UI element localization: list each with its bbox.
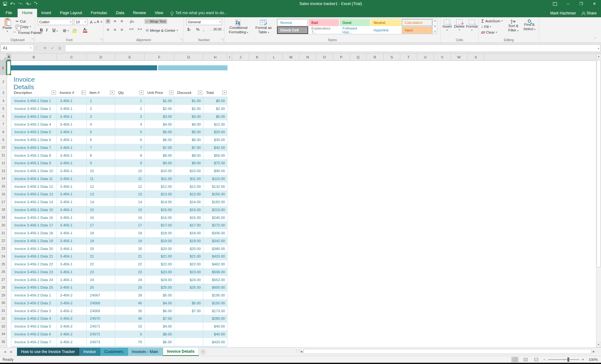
cell[interactable]: $14.00 <box>174 198 203 206</box>
table-row[interactable]: Invoice 3-456-2 Data 13-456-2Z456739$5.0… <box>11 291 227 299</box>
cell[interactable]: $72.00 <box>203 159 227 167</box>
table-row[interactable]: Invoice 3-456-2 Data 33-456-2Z456930$6.0… <box>11 307 227 315</box>
cell[interactable]: $182.00 <box>203 198 227 206</box>
cell-style-neutral[interactable]: Neutral <box>371 19 401 26</box>
font-dialog-launcher[interactable] <box>100 39 102 41</box>
align-left-button[interactable]: ≡ <box>106 27 110 32</box>
column-header-P[interactable]: P <box>333 54 350 60</box>
cell-style-followed-hyp-[interactable]: Followed Hyp... <box>340 27 370 34</box>
cell[interactable]: $272.00 <box>203 221 227 229</box>
row-header-35[interactable]: 35 <box>0 338 7 346</box>
underline-caret[interactable]: ▾ <box>57 30 58 32</box>
cell[interactable]: 3-456-2 <box>57 338 87 346</box>
cell[interactable]: $9.00 <box>174 159 203 167</box>
cell[interactable]: 24 <box>115 276 145 284</box>
ribbon-tab-review[interactable]: Review <box>128 9 150 17</box>
cell[interactable]: Invoice 3-456-1 Data 14 <box>11 198 57 206</box>
row-header-31[interactable]: 31 <box>0 307 7 315</box>
sheet-tab-invoice-details[interactable]: Invoice Details <box>163 348 199 356</box>
row-header-4[interactable]: 4 <box>0 97 7 105</box>
cell[interactable]: Z4572 <box>87 330 115 338</box>
cell[interactable]: $306.00 <box>203 229 227 237</box>
comma-style-button[interactable]: , <box>201 27 205 32</box>
decrease-indent-button[interactable]: ⇤≡ <box>128 27 134 31</box>
table-row[interactable]: Invoice 3-456-1 Data 33-456-133$3.00$3.0… <box>11 113 227 121</box>
ribbon-tab-formulas[interactable]: Formulas <box>86 9 112 17</box>
table-row[interactable]: Invoice 3-456-1 Data 233-456-12323$23.00… <box>11 268 227 276</box>
cell[interactable]: Invoice 3-456-1 Data 5 <box>11 128 57 136</box>
cell[interactable]: $4.00 <box>145 323 174 330</box>
underline-button[interactable]: U <box>51 27 57 33</box>
fill-color-button[interactable]: ◇▾ <box>72 27 77 33</box>
name-box-caret[interactable]: ▾ <box>28 47 33 49</box>
cell[interactable]: $56.00 <box>203 151 227 159</box>
cell[interactable]: Invoice 3-456-2 Data 1 <box>11 291 57 299</box>
close-button[interactable]: ✕ <box>588 0 601 8</box>
cell[interactable]: $25.00 <box>145 284 174 291</box>
cell[interactable]: 3-456-1 <box>57 105 87 113</box>
table-row[interactable]: Invoice 3-456-1 Data 133-456-11313$13.00… <box>11 190 227 198</box>
row-header-22[interactable]: 22 <box>0 237 7 245</box>
collapse-ribbon-button[interactable]: ⌃ <box>594 37 597 41</box>
table-row[interactable]: Invoice 3-456-2 Data 53-456-2Z457110$4.0… <box>11 323 227 330</box>
cell[interactable]: 19 <box>87 237 115 245</box>
cell[interactable]: $12.00 <box>145 182 174 190</box>
font-color-button[interactable]: A▾ <box>83 27 87 33</box>
cell[interactable]: $8.00 <box>145 330 174 338</box>
table-row[interactable]: Invoice 3-456-1 Data 23-456-122$2.00$2.0… <box>11 105 227 113</box>
cell[interactable] <box>174 338 203 346</box>
cell[interactable]: $462.00 <box>203 260 227 268</box>
cell[interactable]: $20.00 <box>145 245 174 253</box>
cell[interactable]: $552.00 <box>203 276 227 284</box>
cell[interactable]: $25.00 <box>174 284 203 291</box>
column-header-S[interactable]: S <box>384 54 401 60</box>
cell[interactable]: 3-456-1 <box>57 159 87 167</box>
accounting-format-button[interactable]: $▾ <box>186 27 192 32</box>
cell[interactable]: $3.00 <box>174 113 203 121</box>
page-break-view-button[interactable] <box>533 357 540 362</box>
gallery-up-button[interactable]: ▲ <box>434 19 436 22</box>
cell[interactable]: $7.00 <box>145 315 174 323</box>
restore-button[interactable]: ❐ <box>575 0 588 8</box>
cell[interactable]: $7.00 <box>174 144 203 152</box>
increase-indent-button[interactable]: ≡⇥ <box>136 27 143 31</box>
share-button[interactable]: Share <box>582 11 597 15</box>
column-header-K[interactable]: K <box>249 54 266 60</box>
cell[interactable]: $40.00 <box>203 323 227 330</box>
cell[interactable]: $5.00 <box>145 128 174 136</box>
cell-style-explanatory-t-[interactable]: Explanatory T... <box>309 27 339 34</box>
column-header-L[interactable]: L <box>266 54 283 60</box>
delete-cells-button[interactable]: ✕ Delete▾ <box>453 18 465 31</box>
column-header-A[interactable]: A <box>7 54 11 60</box>
cell[interactable]: Z4570 <box>87 315 115 323</box>
column-header-O[interactable]: O <box>316 54 333 60</box>
column-header-R[interactable]: R <box>367 54 384 60</box>
column-header-T[interactable]: T <box>400 54 417 60</box>
table-row[interactable]: Invoice 3-456-1 Data 43-456-144$4.00$4.0… <box>11 120 227 128</box>
cell[interactable]: Invoice 3-456-1 Data 12 <box>11 182 57 190</box>
cell[interactable]: $30.00 <box>203 136 227 144</box>
cell[interactable]: 22 <box>115 260 145 268</box>
table-row[interactable]: Invoice 3-456-2 Data 43-456-2Z457040$7.0… <box>11 315 227 323</box>
cell[interactable]: 12 <box>87 182 115 190</box>
filter-button-description[interactable]: ▾ <box>52 90 56 95</box>
cell[interactable]: 1 <box>87 97 115 105</box>
normal-view-button[interactable] <box>511 357 519 362</box>
cell[interactable]: Invoice 3-456-1 Data 6 <box>11 136 57 144</box>
wrap-text-button[interactable]: ↩Wrap Text <box>145 19 167 24</box>
ribbon-tab-view[interactable]: View <box>150 9 167 17</box>
cell[interactable]: 40 <box>115 315 145 323</box>
row-header-8[interactable]: 8 <box>0 128 7 136</box>
cell[interactable]: $5.00 <box>174 299 203 307</box>
cell[interactable]: $210.00 <box>203 206 227 214</box>
cell[interactable]: Invoice 3-456-1 Data 11 <box>11 175 57 183</box>
cell[interactable]: Invoice 3-456-1 Data 9 <box>11 159 57 167</box>
row-header-1[interactable]: 1 <box>0 61 7 75</box>
ribbon-tab-insert[interactable]: Insert <box>37 9 56 17</box>
cell[interactable]: $6.00 <box>145 136 174 144</box>
decrease-font-button[interactable]: A▼ <box>96 19 104 24</box>
cell[interactable]: Invoice 3-456-1 Data 21 <box>11 253 57 260</box>
cell[interactable]: Z4567 <box>87 291 115 299</box>
cell[interactable]: $19.00 <box>145 237 174 245</box>
cell[interactable]: $420.00 <box>203 253 227 260</box>
